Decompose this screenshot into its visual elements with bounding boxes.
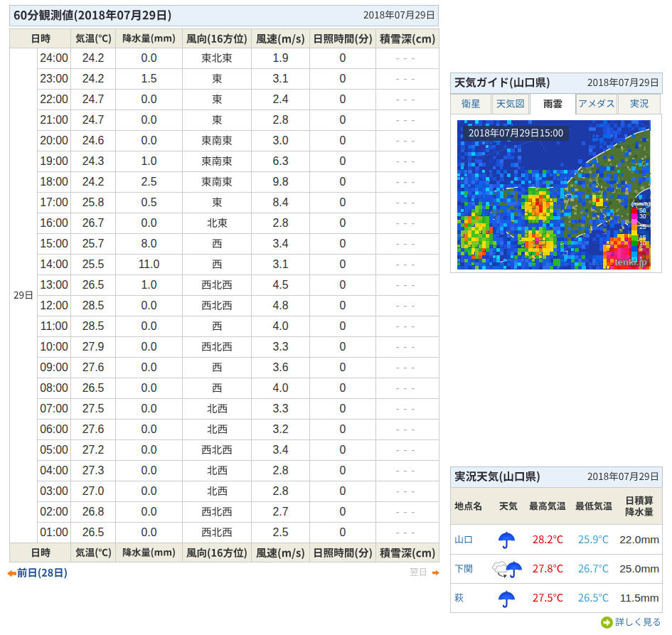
svg-text:tenki.jp: tenki.jp xyxy=(614,257,647,267)
svg-text:25: 25 xyxy=(639,223,646,230)
svg-text:30: 30 xyxy=(639,213,646,220)
svg-text:(mm/h): (mm/h) xyxy=(631,201,651,207)
svg-text:5: 5 xyxy=(639,245,643,252)
